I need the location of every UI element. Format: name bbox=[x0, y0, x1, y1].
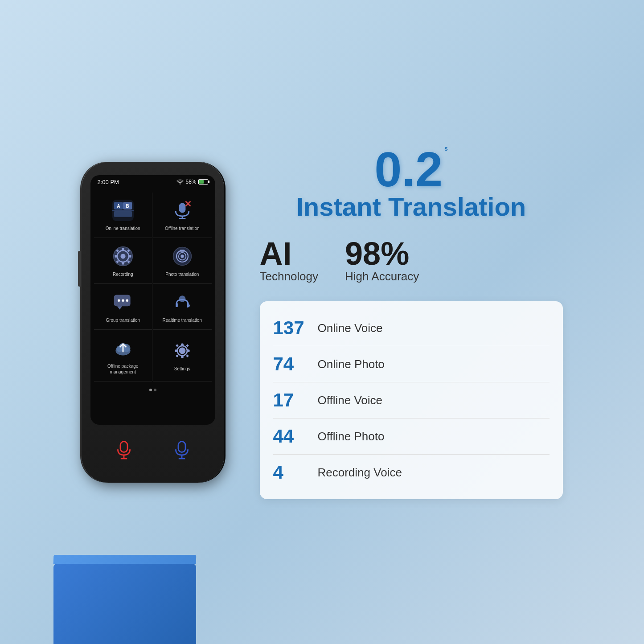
package-icon bbox=[111, 336, 135, 360]
device-screen: 2:00 PM 58% bbox=[90, 175, 215, 425]
svg-rect-16 bbox=[122, 248, 124, 250]
svg-rect-46 bbox=[187, 349, 189, 352]
svg-rect-47 bbox=[176, 344, 179, 347]
svg-rect-48 bbox=[186, 344, 189, 347]
app-grid: A B Online translation bbox=[90, 189, 215, 385]
app-recording[interactable]: Recording bbox=[94, 238, 153, 284]
svg-rect-43 bbox=[181, 343, 184, 346]
stat-desc-4: Recording Voice bbox=[318, 466, 402, 480]
settings-label: Settings bbox=[174, 366, 190, 372]
accuracy-sublabel: High Accuracy bbox=[345, 270, 419, 283]
app-offline-package[interactable]: Offline packagemanagement bbox=[94, 330, 153, 381]
speed-unit: s bbox=[444, 145, 448, 152]
app-online-translation[interactable]: A B Online translation bbox=[94, 193, 153, 238]
offline-package-label: Offline packagemanagement bbox=[107, 363, 138, 375]
svg-text:A: A bbox=[117, 204, 120, 209]
accuracy-block: 98% High Accuracy bbox=[345, 238, 419, 283]
instant-translation: Instant Translation bbox=[260, 194, 563, 220]
status-bar: 2:00 PM 58% bbox=[90, 175, 215, 189]
device-bottom-buttons bbox=[104, 429, 202, 474]
photo-icon bbox=[171, 245, 194, 268]
stat-row-3: 44 Offline Photo bbox=[273, 418, 550, 455]
svg-point-32 bbox=[126, 299, 128, 302]
svg-rect-5 bbox=[114, 211, 132, 217]
app-photo-translation[interactable]: Photo translation bbox=[153, 238, 212, 284]
svg-rect-51 bbox=[120, 441, 127, 452]
group-translation-label: Group translation bbox=[106, 317, 140, 323]
realtime-icon bbox=[171, 291, 194, 314]
svg-point-15 bbox=[120, 254, 125, 258]
battery-icon bbox=[198, 179, 208, 185]
stat-row-0: 137 Online Voice bbox=[273, 310, 550, 346]
ai-accuracy-row: AI Technology 98% High Accuracy bbox=[260, 233, 563, 288]
page-dots bbox=[90, 385, 215, 395]
time-display: 2:00 PM bbox=[98, 179, 119, 185]
speed-number: 0.2 bbox=[374, 145, 443, 194]
right-content: 0.2 s Instant Translation AI Technology … bbox=[260, 145, 563, 499]
main-container: 2:00 PM 58% bbox=[0, 118, 644, 526]
svg-rect-28 bbox=[180, 250, 185, 252]
realtime-translation-label: Realtime translation bbox=[163, 317, 202, 323]
stat-desc-2: Offline Voice bbox=[318, 394, 383, 407]
wifi-icon bbox=[176, 179, 184, 185]
battery-percent: 58% bbox=[185, 179, 196, 185]
hero-title: 0.2 s Instant Translation bbox=[260, 145, 563, 220]
app-group-translation[interactable]: Group translation bbox=[94, 284, 153, 330]
stat-num-2: 17 bbox=[273, 390, 309, 411]
offline-icon bbox=[171, 199, 194, 222]
dot-1 bbox=[149, 389, 152, 391]
ai-sublabel: Technology bbox=[260, 270, 319, 283]
svg-rect-17 bbox=[122, 262, 124, 264]
svg-rect-44 bbox=[181, 355, 184, 358]
accuracy-value: 98% bbox=[345, 238, 409, 270]
ai-block: AI Technology bbox=[260, 238, 319, 283]
stat-num-3: 44 bbox=[273, 426, 309, 447]
svg-text:B: B bbox=[126, 204, 129, 209]
group-icon bbox=[111, 291, 135, 314]
decorative-box bbox=[53, 564, 196, 644]
stats-card: 137 Online Voice 74 Online Photo 17 Offl… bbox=[260, 301, 563, 499]
stat-row-4: 4 Recording Voice bbox=[273, 455, 550, 490]
svg-point-41 bbox=[179, 348, 185, 354]
svg-rect-19 bbox=[129, 255, 131, 258]
stat-desc-1: Online Photo bbox=[318, 357, 385, 371]
stat-num-4: 4 bbox=[273, 462, 309, 483]
device: 2:00 PM 58% bbox=[82, 162, 224, 483]
app-settings[interactable]: Settings bbox=[153, 330, 212, 381]
recording-icon bbox=[111, 245, 135, 268]
stat-num-1: 74 bbox=[273, 353, 309, 375]
svg-point-27 bbox=[180, 254, 184, 258]
svg-rect-34 bbox=[176, 303, 178, 307]
settings-icon bbox=[171, 339, 194, 362]
svg-rect-8 bbox=[179, 203, 185, 213]
svg-rect-50 bbox=[186, 354, 189, 357]
stat-row-2: 17 Offline Voice bbox=[273, 382, 550, 418]
online-translation-label: Online translation bbox=[106, 226, 140, 231]
recording-label: Recording bbox=[113, 271, 133, 277]
app-offline-translation[interactable]: Offline translation bbox=[153, 193, 212, 238]
ai-label: AI bbox=[260, 238, 292, 270]
stat-row-1: 74 Online Photo bbox=[273, 346, 550, 382]
stat-desc-3: Offline Photo bbox=[318, 430, 385, 443]
ab-icon: A B bbox=[111, 199, 135, 222]
svg-point-30 bbox=[118, 299, 120, 302]
svg-rect-18 bbox=[115, 255, 117, 258]
stat-desc-0: Online Voice bbox=[318, 321, 383, 335]
svg-rect-54 bbox=[178, 441, 185, 452]
mic-blue-button[interactable] bbox=[171, 438, 193, 465]
stat-num-0: 137 bbox=[273, 317, 309, 339]
svg-rect-49 bbox=[176, 354, 179, 357]
app-realtime-translation[interactable]: Realtime translation bbox=[153, 284, 212, 330]
svg-point-33 bbox=[179, 295, 185, 302]
svg-rect-45 bbox=[175, 349, 177, 352]
mic-red-button[interactable] bbox=[113, 438, 135, 465]
status-right: 58% bbox=[176, 179, 208, 185]
dot-2 bbox=[154, 389, 156, 391]
svg-point-31 bbox=[122, 299, 124, 302]
device-wrapper: 2:00 PM 58% bbox=[82, 162, 224, 483]
battery-fill bbox=[199, 180, 204, 184]
photo-translation-label: Photo translation bbox=[165, 271, 199, 277]
offline-translation-label: Offline translation bbox=[165, 226, 200, 231]
